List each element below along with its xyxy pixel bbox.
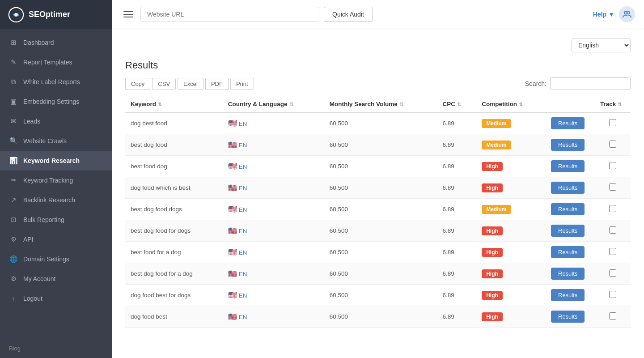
- export-csv-button[interactable]: CSV: [152, 78, 176, 90]
- col-header-track[interactable]: Track⇅: [595, 96, 631, 112]
- cell-country-language: 🇺🇸EN: [223, 112, 324, 134]
- cell-results: Results: [546, 285, 595, 306]
- sidebar-item-report-templates[interactable]: ✎Report Templates: [0, 52, 112, 72]
- track-checkbox[interactable]: [609, 248, 616, 255]
- results-button[interactable]: Results: [551, 246, 585, 258]
- results-button[interactable]: Results: [551, 289, 585, 301]
- sidebar-item-bulk-reporting[interactable]: ⊡Bulk Reporting: [0, 210, 112, 230]
- results-button[interactable]: Results: [551, 160, 585, 172]
- cell-track: [595, 134, 631, 156]
- cell-results: Results: [546, 177, 595, 199]
- main-area: Quick Audit Help ▼ EnglishSpanishFrenchG…: [112, 0, 644, 358]
- website-url-input[interactable]: [140, 7, 319, 22]
- cell-competition: Medium: [476, 134, 546, 156]
- sidebar-item-keyword-tracking[interactable]: ✏Keyword Tracking: [0, 170, 112, 190]
- sidebar-item-my-account[interactable]: ⚙My Account: [0, 269, 112, 289]
- track-checkbox[interactable]: [609, 269, 616, 277]
- track-checkbox[interactable]: [609, 291, 616, 298]
- help-button[interactable]: Help ▼: [593, 11, 614, 18]
- content-area: EnglishSpanishFrenchGermanPortuguese Res…: [112, 29, 644, 358]
- export-excel-button[interactable]: Excel: [178, 78, 203, 90]
- cell-country-language: 🇺🇸EN: [223, 177, 324, 199]
- sidebar-item-embedding-settings[interactable]: ▣Embedding Settings: [0, 92, 112, 111]
- results-button[interactable]: Results: [551, 203, 585, 215]
- cell-keyword: best food dog: [125, 156, 223, 177]
- track-checkbox[interactable]: [609, 312, 616, 320]
- col-header-results-col[interactable]: [546, 96, 595, 112]
- cell-country-language: 🇺🇸EN: [223, 220, 324, 242]
- results-button[interactable]: Results: [551, 225, 585, 237]
- quick-audit-button[interactable]: Quick Audit: [324, 7, 373, 22]
- table-row: best dog food for dogs🇺🇸EN60,5006.89High…: [125, 220, 631, 242]
- cell-results: Results: [546, 220, 595, 242]
- keyword-research-icon: 📊: [9, 156, 18, 165]
- competition-badge: High: [482, 312, 503, 321]
- lang-code: EN: [239, 249, 247, 256]
- track-checkbox[interactable]: [609, 141, 616, 148]
- track-checkbox[interactable]: [609, 205, 616, 212]
- lang-code: EN: [239, 142, 247, 149]
- logo-area[interactable]: SEOptimer: [0, 0, 112, 29]
- export-pdf-button[interactable]: PDF: [205, 78, 229, 90]
- cell-keyword: best dog food: [125, 134, 223, 156]
- cell-results: Results: [546, 199, 595, 220]
- cell-results: Results: [546, 156, 595, 177]
- sidebar-item-label: Website Crawls: [23, 137, 67, 145]
- sidebar-item-dashboard[interactable]: ⊞Dashboard: [0, 33, 112, 52]
- table-row: dog food best for dogs🇺🇸EN60,5006.89High…: [125, 285, 631, 306]
- sidebar-item-white-label-reports[interactable]: ⧉White Label Reports: [0, 72, 112, 92]
- embedding-settings-icon: ▣: [9, 97, 18, 106]
- export-print-button[interactable]: Print: [230, 78, 254, 90]
- sidebar-item-label: API: [23, 236, 34, 243]
- sidebar-item-label: Keyword Tracking: [23, 177, 73, 184]
- hamburger-menu-button[interactable]: [121, 9, 136, 20]
- results-button[interactable]: Results: [551, 117, 585, 129]
- col-header-country-language[interactable]: Country & Language⇅: [223, 96, 324, 112]
- results-button[interactable]: Results: [551, 268, 585, 280]
- cell-cpc: 6.89: [437, 285, 477, 306]
- results-button[interactable]: Results: [551, 182, 585, 194]
- sidebar-item-label: Logout: [23, 295, 42, 302]
- sidebar-item-label: Bulk Reporting: [23, 216, 64, 223]
- export-copy-button[interactable]: Copy: [125, 78, 150, 90]
- cell-cpc: 6.89: [437, 242, 477, 263]
- results-button[interactable]: Results: [551, 311, 585, 323]
- language-select[interactable]: EnglishSpanishFrenchGermanPortuguese: [572, 38, 631, 52]
- col-header-cpc[interactable]: CPC⇅: [437, 96, 477, 112]
- track-checkbox[interactable]: [609, 226, 616, 234]
- domain-settings-icon: 🌐: [9, 255, 18, 264]
- keyword-tracking-icon: ✏: [9, 176, 18, 185]
- sidebar-item-leads[interactable]: ✉Leads: [0, 111, 112, 131]
- table-row: best dog food for a dog🇺🇸EN60,5006.89Hig…: [125, 263, 631, 285]
- sidebar-item-website-crawls[interactable]: 🔍Website Crawls: [0, 131, 112, 151]
- lang-code: EN: [239, 292, 247, 299]
- cell-keyword: dog food best for dogs: [125, 285, 223, 306]
- lang-code: EN: [239, 314, 247, 320]
- sidebar-nav: ⊞Dashboard✎Report Templates⧉White Label …: [0, 29, 112, 339]
- dashboard-icon: ⊞: [9, 38, 18, 47]
- sidebar-item-keyword-research[interactable]: 📊Keyword Research: [0, 151, 112, 170]
- col-header-keyword[interactable]: Keyword⇅: [125, 96, 223, 112]
- cell-country-language: 🇺🇸EN: [223, 263, 324, 285]
- sidebar-blog[interactable]: Blog: [0, 339, 112, 358]
- sidebar-item-label: Keyword Research: [23, 157, 80, 164]
- results-button[interactable]: Results: [551, 139, 585, 151]
- table-search-input[interactable]: [550, 77, 631, 90]
- user-avatar[interactable]: [619, 6, 635, 22]
- track-checkbox[interactable]: [609, 119, 616, 126]
- sidebar-item-logout[interactable]: ↑Logout: [0, 289, 112, 308]
- sidebar-item-domain-settings[interactable]: 🌐Domain Settings: [0, 249, 112, 269]
- sidebar-item-api[interactable]: ⚙API: [0, 230, 112, 249]
- col-header-competition[interactable]: Competition⇅: [476, 96, 546, 112]
- sidebar-item-backlink-research[interactable]: ↗Backlink Research: [0, 190, 112, 210]
- help-arrow-icon: ▼: [608, 11, 614, 18]
- sort-icon: ⇅: [158, 102, 162, 107]
- logo-icon: [8, 7, 24, 23]
- col-header-monthly-search-volume[interactable]: Monthly Search Volume⇅: [324, 96, 437, 112]
- track-checkbox[interactable]: [609, 183, 616, 191]
- track-checkbox[interactable]: [609, 162, 616, 169]
- cell-keyword: best dog food for dogs: [125, 220, 223, 242]
- cell-keyword: best dog food dogs: [125, 199, 223, 220]
- table-row: best dog food🇺🇸EN60,5006.89MediumResults: [125, 134, 631, 156]
- table-row: best food for a dog🇺🇸EN60,5006.89HighRes…: [125, 242, 631, 263]
